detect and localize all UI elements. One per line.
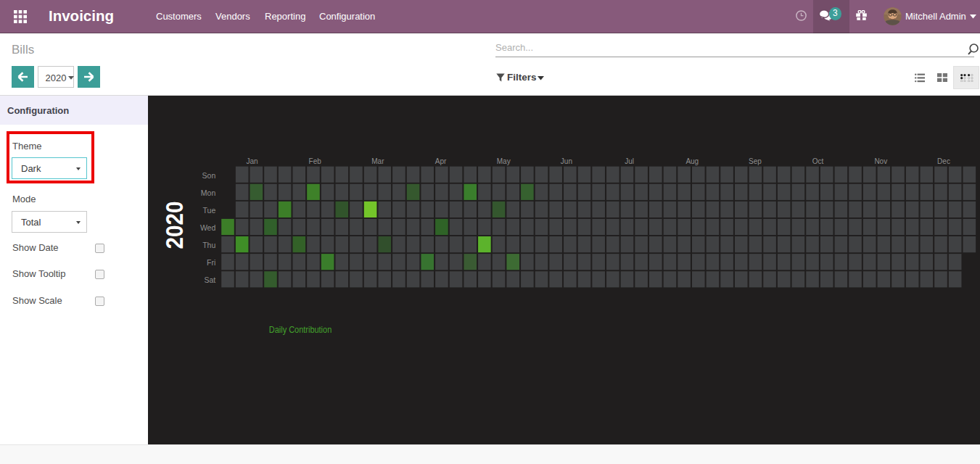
svg-text:Mar: Mar — [371, 157, 384, 165]
svg-text:Jul: Jul — [625, 157, 634, 165]
svg-text:2020: 2020 — [161, 202, 188, 249]
svg-text:Son: Son — [202, 171, 216, 180]
svg-text:Dec: Dec — [937, 157, 950, 165]
svg-text:Mon: Mon — [201, 188, 216, 197]
svg-text:Jan: Jan — [246, 157, 258, 165]
svg-text:May: May — [497, 157, 511, 165]
svg-text:Sep: Sep — [749, 157, 762, 165]
svg-text:Oct: Oct — [812, 157, 824, 165]
svg-text:Jun: Jun — [561, 157, 572, 165]
svg-text:Sat: Sat — [205, 276, 216, 284]
svg-text:Aug: Aug — [685, 157, 699, 165]
svg-text:Apr: Apr — [435, 157, 447, 165]
svg-text:Feb: Feb — [309, 157, 322, 165]
svg-text:Daily Contribution: Daily Contribution — [269, 325, 332, 335]
svg-text:Fri: Fri — [207, 258, 215, 267]
svg-text:Nov: Nov — [874, 157, 887, 165]
svg-text:Tue: Tue — [203, 206, 216, 215]
svg-text:Thu: Thu — [202, 241, 215, 249]
svg-text:Wed: Wed — [200, 223, 216, 232]
